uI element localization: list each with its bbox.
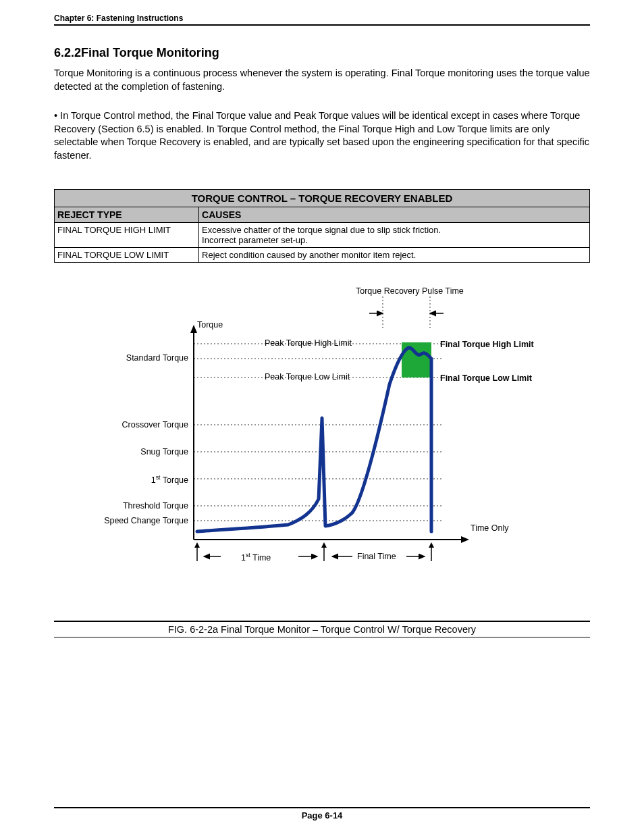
svg-marker-13 — [190, 325, 197, 333]
y-label: 1st Torque — [151, 474, 188, 485]
y-label: Standard Torque — [126, 353, 188, 363]
table-col-causes: CAUSES — [199, 207, 590, 223]
intro-paragraph: Torque Monitoring is a continuous proces… — [54, 67, 590, 93]
final-time-label: Final Time — [357, 552, 396, 561]
table-row: FINAL TORQUE LOW LIMIT Reject condition … — [55, 248, 590, 263]
time-only-label: Time Only — [471, 523, 509, 533]
section-number: 6.2.2 — [54, 46, 81, 59]
final-low-label: Final Torque Low Limit — [440, 373, 532, 383]
y-label: Crossover Torque — [122, 420, 188, 429]
table-col-reject: REJECT TYPE — [55, 207, 199, 223]
peak-low-label: Peak Torque Low Limit — [265, 372, 350, 382]
y-axis-title: Torque — [197, 320, 223, 330]
page: Chapter 6: Fastening Instructions 6.2.2F… — [0, 0, 644, 834]
recovery-pulse-label: Torque Recovery Pulse Time — [356, 286, 464, 296]
page-footer: Page 6-14 — [54, 807, 590, 820]
y-label: Threshold Torque — [123, 501, 188, 511]
section-title-text: Final Torque Monitoring — [81, 46, 219, 59]
y-label: Speed Change Torque — [104, 516, 188, 525]
table-row: FINAL TORQUE HIGH LIMIT Excessive chatte… — [55, 223, 590, 248]
reject-cell: FINAL TORQUE LOW LIMIT — [55, 248, 199, 263]
section-heading: 6.2.2Final Torque Monitoring — [54, 46, 590, 60]
bullet-paragraph: • In Torque Control method, the Final To… — [54, 109, 590, 162]
svg-marker-15 — [461, 536, 469, 543]
first-time-label: 1st Time — [241, 552, 271, 563]
final-high-label: Final Torque High Limit — [440, 340, 534, 349]
table-title: TORQUE CONTROL – TORQUE RECOVERY ENABLED — [55, 190, 590, 207]
reject-cell: FINAL TORQUE HIGH LIMIT — [55, 223, 199, 248]
cause-cell: Reject condition caused by another monit… — [199, 248, 590, 263]
svg-marker-21 — [429, 542, 434, 548]
cause-cell: Excessive chatter of the torque signal d… — [199, 223, 590, 248]
torque-table: TORQUE CONTROL – TORQUE RECOVERY ENABLED… — [54, 189, 590, 263]
svg-marker-19 — [321, 542, 327, 548]
svg-marker-17 — [194, 542, 200, 548]
y-label: Snug Torque — [140, 447, 188, 457]
figure-caption: FIG. 6-2-2a Final Torque Monitor – Torqu… — [54, 621, 590, 637]
torque-chart: Torque Recovery Pulse Time Torque Standa… — [86, 283, 558, 573]
peak-high-label: Peak Torque High Limit — [265, 338, 352, 348]
chapter-header: Chapter 6: Fastening Instructions — [54, 14, 590, 26]
